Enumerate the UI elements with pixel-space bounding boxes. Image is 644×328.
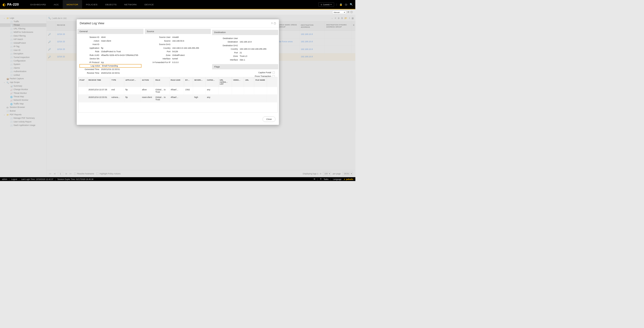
modal-table-header: PCAPRECEIVE TIMETYPEAPPLICAT…ACTIONRULER… xyxy=(78,77,278,87)
field-destination-user: Destination User xyxy=(214,36,276,40)
field-device-sn: Device SN xyxy=(80,57,142,60)
modal-col[interactable]: VERDI… xyxy=(232,77,244,87)
general-panel-title: General xyxy=(78,29,144,34)
field-country: Country192.168.0.0-192.168.255.255 xyxy=(214,47,276,51)
refresh-icon[interactable]: ⟳ xyxy=(348,11,349,14)
refresh-mode-select[interactable]: Manual xyxy=(332,11,346,14)
footer-user[interactable]: admin xyxy=(2,178,8,180)
modal-col[interactable]: BY… xyxy=(184,77,193,87)
field-zone: ZoneTrust-L3 xyxy=(214,54,276,58)
field-country: Country192.168.0.0-192.168.255.255 xyxy=(147,46,209,50)
modal-footer: Close xyxy=(77,113,279,125)
general-panel: General Session ID4644Actionreset-client… xyxy=(78,29,144,77)
modal-table-row[interactable]: 2020/12/16 22:37:35endftpallowGlobal… to… xyxy=(78,87,278,95)
lock-icon[interactable]: 🔒 xyxy=(339,3,342,6)
save-icon[interactable]: 🗂 xyxy=(345,3,348,6)
field-source: Source192.168.50.6 xyxy=(147,39,209,42)
field-rule-uuid: Rule UUID4f0aef3c-5209-407e-b418-72f6d46… xyxy=(80,53,142,57)
detailed-log-modal: Detailed Log View ? ▢ General Session ID… xyxy=(76,19,279,125)
search-icon[interactable]: 🔍 xyxy=(350,3,353,6)
separator: | xyxy=(336,3,337,6)
refresh-mode-value: Manual xyxy=(334,11,340,13)
destination-panel: Destination Destination UserDestination1… xyxy=(212,29,278,77)
flag-proxy-transaction: Proxy Transaction xyxy=(214,74,276,77)
footer-expire: Session Expire Time: 01/17/2020 16:45:38 xyxy=(57,178,93,180)
flag-captive-portal: Captive Portal xyxy=(214,71,276,74)
field-x-forwarded-for-ip: X-Forwarded-For IP0.0.0.0 xyxy=(147,60,209,64)
commit-button[interactable]: ⎘ Commit ▾ xyxy=(318,2,334,6)
commit-icon: ⎘ xyxy=(321,4,322,6)
field-receive-time: Receive Time2020/12/16 22:33:51 xyxy=(80,71,142,74)
sub-toolbar: Manual ⟳ ⓘ xyxy=(0,10,355,15)
modal-col[interactable]: APPLICAT… xyxy=(124,77,141,87)
nav-tab-acc[interactable]: ACC xyxy=(50,0,63,9)
top-bar: ◐ PA-220 DASHBOARDACCMONITORPOLICIESOBJE… xyxy=(0,0,355,10)
modal-col[interactable]: URL xyxy=(244,77,254,87)
footer-logout[interactable]: Logout xyxy=(11,178,17,180)
field-host-id: Host ID xyxy=(80,43,142,46)
flags-panel-title: Flags xyxy=(212,64,278,70)
commit-label: Commit xyxy=(323,4,330,6)
modal-window-icon[interactable]: ▢ xyxy=(274,22,276,25)
footer: admin | Logout | Last Login Time: 12/18/… xyxy=(0,177,355,181)
paloalto-logo: ⫽ paloalto xyxy=(344,178,353,180)
source-panel: Source Source UsermivaldiSource192.168.5… xyxy=(145,29,211,77)
source-panel-title: Source xyxy=(145,29,211,34)
modal-col[interactable]: PCAP xyxy=(78,77,87,87)
logo-area: ◐ PA-220 xyxy=(2,2,19,6)
field-application: Applicationftp xyxy=(80,46,142,50)
chevron-down-icon: ▾ xyxy=(330,3,332,6)
modal-col[interactable]: RULE xyxy=(154,77,169,87)
modal-help-icon[interactable]: ? xyxy=(271,22,272,25)
nav-tab-network[interactable]: NETWORK xyxy=(120,0,141,9)
footer-language[interactable]: Language xyxy=(333,178,342,180)
modal-col[interactable]: ACTION xyxy=(141,77,154,87)
field-port: Port21 xyxy=(214,51,276,54)
field-generated-time: Generated Time2020/12/16 22:33:51 xyxy=(80,68,142,71)
brand-icon: ◐ xyxy=(2,2,6,6)
modal-col[interactable]: TYPE xyxy=(110,77,124,87)
checkbox-icon xyxy=(272,72,275,74)
field-interface: Interfacetunnel xyxy=(147,57,209,60)
modal-col[interactable]: CATEG… xyxy=(206,77,218,87)
nav-tab-dashboard[interactable]: DASHBOARD xyxy=(26,0,50,9)
field-source-dag: Source DAG xyxy=(147,43,209,46)
modal-title: Detailed Log View xyxy=(80,22,104,25)
nav-tabs: DASHBOARDACCMONITORPOLICIESOBJECTSNETWOR… xyxy=(26,0,318,9)
nav-tab-policies[interactable]: POLICIES xyxy=(82,0,101,9)
field-action: Actionreset-client xyxy=(80,39,142,42)
modal-col[interactable]: URL CATEG… LIST xyxy=(218,77,232,87)
field-zone: ZoneGlobalProtect xyxy=(147,53,209,57)
modal-col[interactable]: RECEIVE TIME xyxy=(87,77,110,87)
field-rule: RuleGlobalProtect to Trust xyxy=(80,50,142,53)
footer-right: ✉ | ☰ Tasks | Language ⫽ paloalto xyxy=(314,178,354,180)
tasks-icon[interactable]: ☰ xyxy=(320,178,322,180)
modal-col[interactable]: FILE NAME xyxy=(254,77,267,87)
footer-tasks[interactable]: Tasks xyxy=(324,178,328,180)
device-name: PA-220 xyxy=(7,2,19,6)
nav-tab-device[interactable]: DEVICE xyxy=(141,0,158,9)
checkbox-icon xyxy=(272,75,275,77)
help-icon[interactable]: ⓘ xyxy=(350,11,353,14)
modal-col[interactable]: SEVERI… xyxy=(193,77,206,87)
nav-tab-objects[interactable]: OBJECTS xyxy=(102,0,120,9)
modal-col[interactable]: RULE UUID xyxy=(169,77,184,87)
field-port: Port54139 xyxy=(147,50,209,53)
destination-panel-title: Destination xyxy=(212,30,278,35)
modal-table-rows: 2020/12/16 22:37:35endftpallowGlobal… to… xyxy=(78,87,278,102)
close-button[interactable]: Close xyxy=(262,116,275,122)
modal-body: General Session ID4644Actionreset-client… xyxy=(77,28,279,113)
modal-log-table: PCAPRECEIVE TIMETYPEAPPLICAT…ACTIONRULER… xyxy=(78,77,278,113)
top-right: ⎘ Commit ▾ | 🔒 🗂 🔍 xyxy=(318,2,353,6)
field-ip-protocol: IP Protocoltcp xyxy=(80,60,142,64)
field-session-id: Session ID4644 xyxy=(80,36,142,39)
field-source-user: Source Usermivaldi xyxy=(147,36,209,39)
nav-tab-monitor[interactable]: MONITOR xyxy=(63,0,82,9)
mail-icon[interactable]: ✉ xyxy=(314,178,315,180)
field-destination-dag: Destination DAG xyxy=(214,44,276,47)
field-interface: Interfacevlan.1 xyxy=(214,58,276,62)
field-log-action: Log ActionEmail Forwarding xyxy=(80,64,142,68)
footer-last-login: Last Login Time: 12/18/2020 12:42:37 xyxy=(21,178,53,180)
modal-header: Detailed Log View ? ▢ xyxy=(77,19,279,28)
modal-table-row[interactable]: 2020/12/16 22:33:51vulnera…ftpreset-clie… xyxy=(78,94,278,102)
